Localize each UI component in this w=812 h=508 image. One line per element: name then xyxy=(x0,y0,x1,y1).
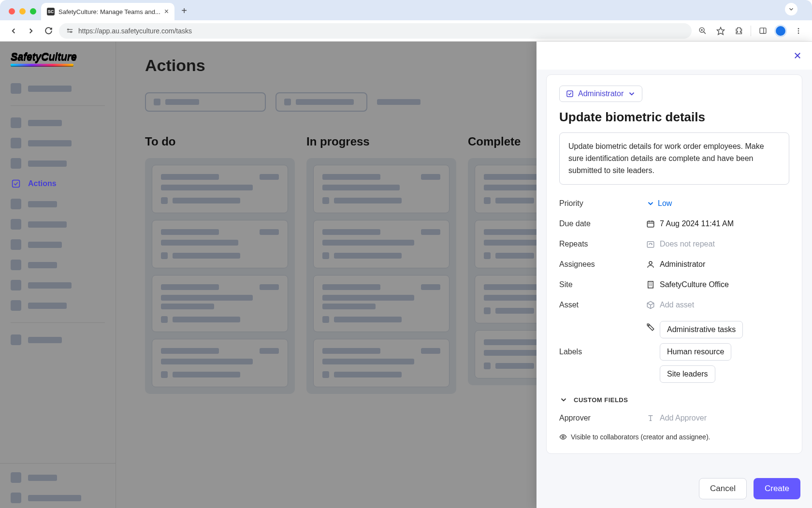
sidepanel-icon[interactable] xyxy=(756,24,769,38)
label-chip[interactable]: Site leaders xyxy=(660,365,715,383)
calendar-icon xyxy=(646,219,655,228)
svg-point-36 xyxy=(562,436,564,438)
svg-line-7 xyxy=(703,32,705,34)
app-root: SafetyCulture Actions xyxy=(0,42,812,508)
panel-body: Administrator Update biometric details U… xyxy=(536,70,812,469)
task-title-input[interactable]: Update biometric details xyxy=(559,110,789,125)
action-type-icon xyxy=(566,89,574,98)
reload-button[interactable] xyxy=(42,24,55,38)
sidebar-item-actions[interactable]: Actions xyxy=(0,174,116,194)
svg-point-0 xyxy=(67,29,69,30)
browser-toolbar: https://app.au.safetyculture.com/tasks xyxy=(0,20,812,42)
actions-icon xyxy=(11,178,21,189)
svg-point-34 xyxy=(649,325,650,326)
label-chip[interactable]: Administrative tasks xyxy=(660,321,743,338)
cancel-button[interactable]: Cancel xyxy=(699,478,747,499)
zoom-icon[interactable] xyxy=(696,24,709,38)
tab-strip: SC SafetyCulture: Manage Teams and... × … xyxy=(0,0,812,20)
field-labels[interactable]: Labels Administrative tasks Human resour… xyxy=(559,315,789,389)
sidebar-item-label: Actions xyxy=(28,179,57,188)
description-input[interactable]: Update biometric details for work order … xyxy=(559,132,789,185)
svg-rect-24 xyxy=(647,242,654,247)
create-action-panel: Administrator Update biometric details U… xyxy=(536,42,812,508)
panel-footer: Cancel Create xyxy=(536,469,812,508)
field-asset[interactable]: Asset Add asset xyxy=(559,295,789,315)
close-panel-button[interactable] xyxy=(792,50,803,61)
svg-rect-26 xyxy=(648,282,653,289)
custom-fields-toggle[interactable]: CUSTOM FIELDS xyxy=(559,389,789,408)
profile-avatar[interactable] xyxy=(774,25,787,37)
maximize-window-icon[interactable] xyxy=(30,8,36,15)
chrome-menu[interactable] xyxy=(785,3,806,20)
panel-header xyxy=(536,42,812,70)
field-repeats[interactable]: Repeats Does not repeat xyxy=(559,234,789,254)
field-approver[interactable]: Approver Add Approver xyxy=(559,408,789,428)
repeat-icon xyxy=(646,240,655,248)
panel-card: Administrator Update biometric details U… xyxy=(546,74,802,454)
eye-icon xyxy=(559,433,567,441)
svg-rect-20 xyxy=(647,221,654,227)
low-priority-icon xyxy=(646,199,655,208)
svg-marker-10 xyxy=(717,27,725,34)
label-chip[interactable]: Human resource xyxy=(660,343,731,361)
close-window-icon[interactable] xyxy=(9,8,15,15)
url-text: https://app.au.safetyculture.com/tasks xyxy=(78,27,192,35)
visibility-note: Visible to collaborators (creator and as… xyxy=(559,428,789,443)
svg-point-25 xyxy=(649,261,652,264)
forward-button[interactable] xyxy=(24,24,38,38)
extensions-icon[interactable] xyxy=(732,24,746,38)
favicon-icon: SC xyxy=(47,8,55,15)
field-due-date[interactable]: Due date 7 Aug 2024 11:41 AM xyxy=(559,214,789,234)
address-bar[interactable]: https://app.au.safetyculture.com/tasks xyxy=(59,23,692,39)
creator-chip[interactable]: Administrator xyxy=(559,86,642,102)
tab-title: SafetyCulture: Manage Teams and... xyxy=(58,8,160,15)
bookmark-icon[interactable] xyxy=(714,24,727,38)
user-icon xyxy=(646,260,655,269)
cube-icon xyxy=(646,301,655,309)
creator-label: Administrator xyxy=(578,89,624,98)
text-icon xyxy=(646,414,655,422)
field-assignees[interactable]: Assignees Administrator xyxy=(559,254,789,275)
labels-list: Administrative tasks Human resource Site… xyxy=(660,321,789,383)
svg-rect-16 xyxy=(13,180,20,188)
chevron-down-icon xyxy=(559,395,568,404)
window-controls xyxy=(6,8,41,20)
svg-point-3 xyxy=(70,31,72,33)
new-tab-button[interactable]: + xyxy=(174,5,192,20)
svg-point-14 xyxy=(798,30,799,31)
browser-tab[interactable]: SC SafetyCulture: Manage Teams and... × xyxy=(41,3,174,20)
back-button[interactable] xyxy=(7,24,20,38)
svg-point-15 xyxy=(798,32,799,34)
create-button[interactable]: Create xyxy=(754,478,800,499)
svg-point-13 xyxy=(798,28,799,29)
svg-rect-11 xyxy=(760,28,766,33)
close-tab-icon[interactable]: × xyxy=(164,7,169,16)
tag-icon xyxy=(646,323,655,332)
building-icon xyxy=(646,280,655,289)
browser-chrome: SC SafetyCulture: Manage Teams and... × … xyxy=(0,0,812,42)
field-site[interactable]: Site SafetyCulture Office xyxy=(559,275,789,295)
field-priority[interactable]: Priority Low xyxy=(559,193,789,214)
minimize-window-icon[interactable] xyxy=(19,8,26,15)
svg-rect-19 xyxy=(567,91,573,97)
site-settings-icon[interactable] xyxy=(66,27,73,35)
chevron-down-icon xyxy=(627,89,636,98)
kebab-menu-icon[interactable] xyxy=(792,24,805,38)
